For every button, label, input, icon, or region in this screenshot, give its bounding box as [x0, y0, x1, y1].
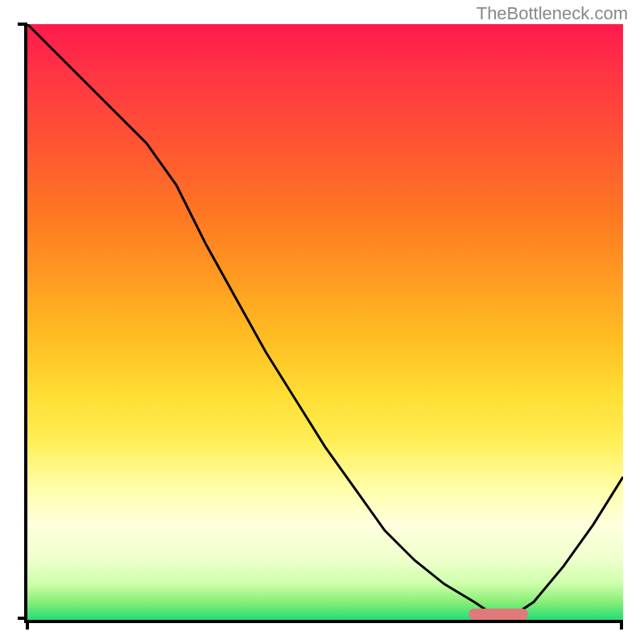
watermark-text: TheBottleneck.com	[477, 3, 628, 24]
chart-line-curve	[27, 24, 623, 620]
x-axis-tick	[26, 620, 29, 630]
chart-optimal-marker	[469, 609, 528, 620]
chart-plot-area	[24, 24, 623, 623]
y-axis-tick	[18, 23, 27, 26]
y-axis-tick	[18, 617, 27, 620]
x-axis-tick	[620, 620, 623, 630]
